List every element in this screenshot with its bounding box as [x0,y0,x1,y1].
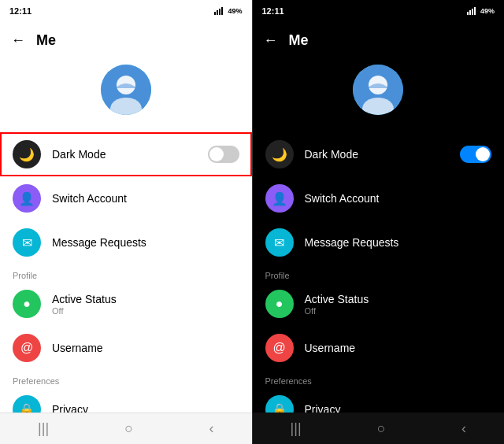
menu-button[interactable]: ||| [291,420,302,437]
status-icons: 49% [467,7,495,15]
top-nav: ← Me [0,22,252,58]
message-requests-icon: ✉ [13,228,41,257]
svg-rect-10 [474,7,476,15]
dark-mode-text: Dark Mode [305,148,450,161]
active-status-icon: ● [265,290,294,318]
menu-item-switch-account[interactable]: 👤 Switch Account [253,176,505,220]
svg-rect-2 [219,9,220,15]
page-title: Me [289,32,309,49]
svg-rect-3 [221,7,223,15]
home-button[interactable]: ○ [377,420,386,437]
active-status-icon: ● [13,290,41,318]
section-label-preferences: Preferences [0,370,252,387]
avatar-svg [353,65,403,115]
active-status-text: Active Status Off [52,293,239,316]
menu-scroll-area: 🌙 Dark Mode 👤 Switch Account ✉ Message R… [253,132,505,444]
svg-rect-7 [467,12,469,15]
username-text: Username [305,342,492,354]
page-title: Me [36,32,56,49]
menu-item-switch-account[interactable]: 👤 Switch Account [0,176,252,220]
dark-mode-toggle-knob [209,147,224,161]
svg-rect-0 [214,12,216,15]
section-label-preferences: Preferences [253,370,505,387]
battery-text: 49% [480,7,495,15]
menu-item-username[interactable]: @ Username [253,326,505,370]
switch-account-label: Switch Account [305,192,492,205]
section-label-profile: Profile [0,265,252,282]
username-icon: @ [265,334,294,362]
username-text: Username [52,342,239,354]
status-time: 12:11 [262,6,284,16]
active-status-sub: Off [305,306,492,316]
message-requests-text: Message Requests [305,236,492,249]
menu-item-active-status[interactable]: ● Active Status Off [253,282,505,326]
back-button[interactable]: ← [11,32,25,49]
username-icon: @ [13,334,41,362]
top-nav: ← Me [253,22,505,58]
section-label-profile: Profile [253,265,505,282]
signal-icon [467,7,478,15]
menu-button[interactable]: ||| [38,420,49,437]
switch-account-icon: 👤 [13,184,41,213]
signal-icon [214,7,225,15]
active-status-sub: Off [52,306,239,316]
dark-mode-icon: 🌙 [13,140,41,168]
bottom-bar: ||| ○ ‹ [0,413,252,444]
svg-rect-9 [472,9,473,15]
phone-panel-dark: 12:11 49% ← Me 🌙 Dark Mode [253,0,505,444]
switch-account-icon: 👤 [265,184,294,213]
username-label: Username [52,342,239,354]
svg-rect-1 [217,10,218,15]
avatar-area [0,58,252,132]
dark-mode-text: Dark Mode [52,148,197,161]
bottom-bar: ||| ○ ‹ [253,413,505,444]
active-status-label: Active Status [305,293,492,305]
switch-account-text: Switch Account [52,192,239,205]
status-time: 12:11 [9,6,32,16]
message-requests-text: Message Requests [52,236,239,249]
username-label: Username [305,342,492,354]
dark-mode-label: Dark Mode [305,148,450,161]
menu-item-dark-mode[interactable]: 🌙 Dark Mode [253,132,505,176]
switch-account-label: Switch Account [52,192,239,205]
dark-mode-toggle-knob [476,147,490,161]
menu-item-dark-mode[interactable]: 🌙 Dark Mode [0,132,252,176]
menu-scroll-area: 🌙 Dark Mode 👤 Switch Account ✉ Message R… [0,132,252,444]
status-icons: 49% [214,7,242,15]
switch-account-text: Switch Account [305,192,492,205]
menu-item-username[interactable]: @ Username [0,326,252,370]
message-requests-label: Message Requests [305,236,492,249]
menu-item-active-status[interactable]: ● Active Status Off [0,282,252,326]
avatar-area [253,58,505,132]
back-nav-button[interactable]: ‹ [209,420,213,437]
battery-text: 49% [228,7,242,15]
avatar-svg [101,65,151,115]
phone-panel-light: 12:11 49% ← Me 🌙 Dark Mode [0,0,252,444]
status-bar: 12:11 49% [253,0,505,22]
dark-mode-toggle[interactable] [208,146,239,163]
message-requests-icon: ✉ [265,228,294,257]
svg-rect-8 [469,10,471,15]
active-status-label: Active Status [52,293,239,305]
back-button[interactable]: ← [264,32,278,49]
status-bar: 12:11 49% [0,0,252,22]
dark-mode-icon: 🌙 [265,140,294,168]
dark-mode-toggle[interactable] [460,146,491,163]
menu-item-message-requests[interactable]: ✉ Message Requests [0,220,252,265]
menu-item-message-requests[interactable]: ✉ Message Requests [253,220,505,265]
active-status-text: Active Status Off [305,293,492,316]
avatar[interactable] [353,65,403,115]
avatar[interactable] [101,65,151,115]
home-button[interactable]: ○ [124,420,133,437]
message-requests-label: Message Requests [52,236,239,249]
dark-mode-label: Dark Mode [52,148,197,161]
back-nav-button[interactable]: ‹ [461,420,466,437]
